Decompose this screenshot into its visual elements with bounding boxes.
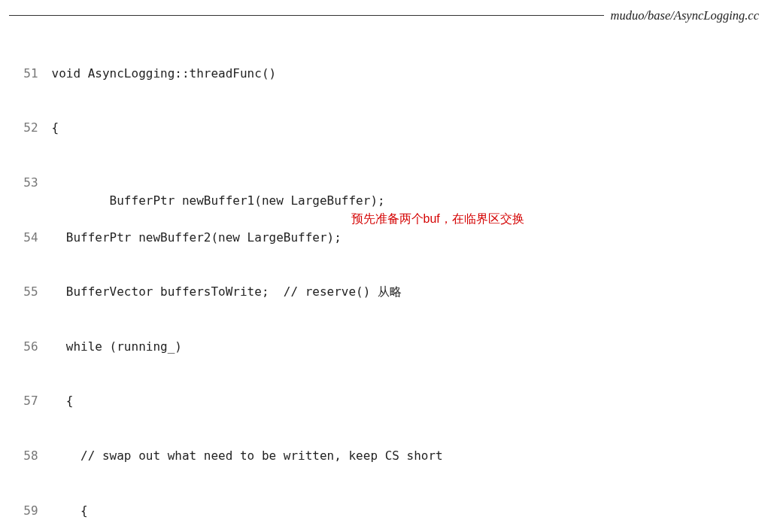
line-number: 56 — [9, 338, 38, 356]
code-block: 51 52 53 54 55 56 57 58 59 60 61 62 63 6… — [9, 28, 759, 532]
line-number: 54 — [9, 229, 38, 247]
code-line: BufferPtr newBuffer2(new LargeBuffer); — [52, 229, 759, 247]
line-number: 53 — [9, 174, 38, 192]
code-line: void AsyncLogging::threadFunc() — [52, 65, 759, 83]
line-number: 55 — [9, 283, 38, 301]
code-line: BufferPtr newBuffer1(new LargeBuffer); 预… — [52, 174, 759, 192]
code-line: while (running_) — [52, 338, 759, 356]
code-line: { — [52, 392, 759, 410]
rule-top — [9, 15, 604, 16]
file-path-top: muduo/base/AsyncLogging.cc — [604, 6, 759, 25]
code-line: { — [52, 119, 759, 137]
line-number: 57 — [9, 392, 38, 410]
line-number: 51 — [9, 65, 38, 83]
file-header-rule: muduo/base/AsyncLogging.cc — [9, 6, 759, 25]
code-text: BufferPtr newBuffer1(new LargeBuffer); — [95, 193, 384, 208]
code-line: // swap out what need to be written, kee… — [52, 447, 759, 465]
code-column: void AsyncLogging::threadFunc() { Buffer… — [52, 28, 759, 532]
line-number: 58 — [9, 447, 38, 465]
line-number: 59 — [9, 502, 38, 520]
line-number-gutter: 51 52 53 54 55 56 57 58 59 60 61 62 63 6… — [9, 28, 52, 532]
line-number: 52 — [9, 119, 38, 137]
code-line: { — [52, 502, 759, 520]
annotation: 预先准备两个buf，在临界区交换 — [351, 210, 524, 228]
code-line: BufferVector buffersToWrite; // reserve(… — [52, 283, 759, 301]
